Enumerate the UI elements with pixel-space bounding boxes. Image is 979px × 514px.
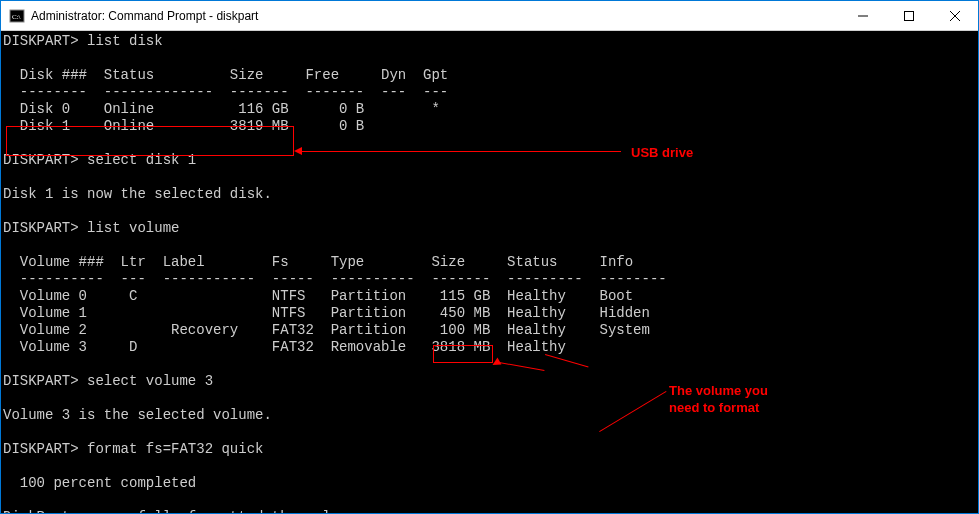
- maximize-button[interactable]: [886, 1, 932, 30]
- titlebar[interactable]: C:\ Administrator: Command Prompt - disk…: [1, 1, 978, 31]
- terminal-line: Disk 1 is now the selected disk.: [3, 186, 976, 203]
- terminal-line: Disk ### Status Size Free Dyn Gpt: [3, 67, 976, 84]
- terminal-line: [3, 458, 976, 475]
- svg-text:C:\: C:\: [12, 13, 21, 21]
- terminal-line: DiskPart successfully formatted the volu…: [3, 509, 976, 513]
- terminal-line: -------- ------------- ------- ------- -…: [3, 84, 976, 101]
- terminal-line: 100 percent completed: [3, 475, 976, 492]
- window-title: Administrator: Command Prompt - diskpart: [31, 9, 840, 23]
- terminal-line: ---------- --- ----------- ----- -------…: [3, 271, 976, 288]
- terminal-line: DISKPART> select disk 1: [3, 152, 976, 169]
- terminal-line: DISKPART> list volume: [3, 220, 976, 237]
- terminal-line: [3, 390, 976, 407]
- terminal-line: DISKPART> select volume 3: [3, 373, 976, 390]
- terminal-line: [3, 135, 976, 152]
- terminal-line: [3, 492, 976, 509]
- terminal-line: Disk 1 Online 3819 MB 0 B: [3, 118, 976, 135]
- command-prompt-window: C:\ Administrator: Command Prompt - disk…: [0, 0, 979, 514]
- terminal-line: DISKPART> format fs=FAT32 quick: [3, 441, 976, 458]
- window-controls: [840, 1, 978, 30]
- terminal-line: Disk 0 Online 116 GB 0 B *: [3, 101, 976, 118]
- close-button[interactable]: [932, 1, 978, 30]
- terminal-line: Volume ### Ltr Label Fs Type Size Status…: [3, 254, 976, 271]
- terminal-line: [3, 237, 976, 254]
- terminal-line: [3, 203, 976, 220]
- terminal-line: [3, 356, 976, 373]
- terminal-line: Volume 1 NTFS Partition 450 MB Healthy H…: [3, 305, 976, 322]
- terminal-output[interactable]: DISKPART> list disk Disk ### Status Size…: [1, 31, 978, 513]
- terminal-line: [3, 50, 976, 67]
- terminal-line: Volume 3 is the selected volume.: [3, 407, 976, 424]
- terminal-line: Volume 3 D FAT32 Removable 3818 MB Healt…: [3, 339, 976, 356]
- cmd-icon: C:\: [9, 8, 25, 24]
- terminal-line: [3, 424, 976, 441]
- terminal-line: DISKPART> list disk: [3, 33, 976, 50]
- terminal-line: [3, 169, 976, 186]
- minimize-button[interactable]: [840, 1, 886, 30]
- svg-rect-3: [905, 11, 914, 20]
- terminal-line: Volume 2 Recovery FAT32 Partition 100 MB…: [3, 322, 976, 339]
- terminal-line: Volume 0 C NTFS Partition 115 GB Healthy…: [3, 288, 976, 305]
